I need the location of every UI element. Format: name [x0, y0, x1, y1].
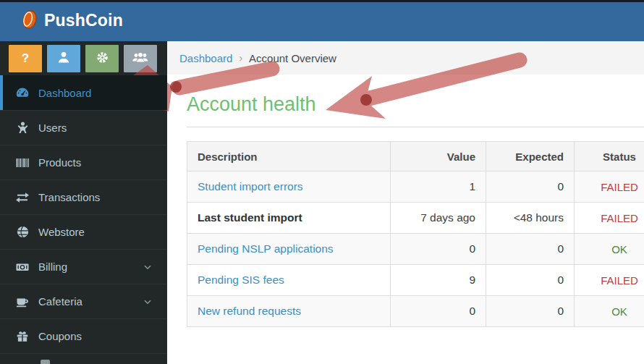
table-row: Pending SIS fees 9 0 FAILED — [187, 265, 644, 296]
barcode-icon — [13, 156, 32, 170]
table-header-row: Description Value Expected Status — [187, 142, 644, 172]
brand-name: PushCoin — [44, 11, 123, 30]
question-mark-icon: ? — [22, 51, 29, 66]
row-expected: 0 — [486, 265, 575, 296]
status-badge: FAILED — [575, 265, 644, 296]
brand-logo[interactable]: PushCoin — [20, 9, 123, 33]
page-content: Account health Description Value Expecte… — [167, 75, 644, 364]
window-top-edge — [0, 0, 644, 2]
status-badge: OK — [575, 234, 644, 265]
sidebar-item-transactions[interactable]: Transactions — [0, 179, 167, 214]
sidebar-item-label: Coupons — [38, 330, 82, 342]
coffee-icon — [13, 295, 32, 309]
sidebar-item-label: Billing — [38, 261, 67, 273]
user-icon — [56, 50, 71, 67]
chevron-down-icon — [143, 297, 153, 307]
row-description-link[interactable]: New refund requests — [187, 296, 391, 327]
status-badge: OK — [575, 296, 644, 327]
breadcrumb-current: Account Overview — [249, 52, 336, 64]
row-description-link[interactable]: Pending SIS fees — [187, 265, 391, 296]
user-groups-button[interactable] — [124, 45, 157, 72]
column-header-value: Value — [391, 142, 486, 172]
pushcoin-coin-icon — [20, 9, 39, 33]
status-badge: FAILED — [575, 172, 644, 203]
row-value: 9 — [391, 265, 486, 296]
sidebar-item-webstore[interactable]: Webstore — [0, 214, 167, 249]
sidebar-item-partial — [0, 353, 167, 364]
sidebar-item-users[interactable]: Users — [0, 110, 167, 145]
sidebar-item-label: Dashboard — [38, 87, 91, 99]
sidebar-item-billing[interactable]: Billing — [0, 249, 167, 284]
table-row: Student import errors 1 0 FAILED — [187, 172, 644, 203]
top-navbar: PushCoin — [0, 0, 644, 41]
column-header-description: Description — [187, 142, 391, 172]
sidebar-item-label: Users — [38, 122, 67, 134]
row-expected: 0 — [486, 172, 575, 203]
sidebar-menu: Dashboard Users Products Transactions — [0, 75, 167, 353]
breadcrumb-separator: › — [239, 52, 242, 64]
heading-divider — [187, 127, 644, 127]
table-row: New refund requests 0 0 OK — [187, 296, 644, 327]
page-title: Account health — [187, 93, 644, 116]
exchange-icon — [13, 190, 32, 205]
sidebar-item-label: Products — [38, 156, 81, 169]
gift-icon — [13, 330, 32, 343]
main-area: Dashboard › Account Overview Account hea… — [167, 41, 644, 364]
row-description-link[interactable]: Student import errors — [187, 172, 391, 203]
sidebar-item-products[interactable]: Products — [0, 145, 167, 179]
child-icon — [13, 121, 32, 135]
column-header-status: Status — [575, 142, 644, 172]
account-health-table: Description Value Expected Status Studen… — [187, 141, 644, 327]
gear-icon — [95, 50, 110, 68]
row-description: Last student import — [187, 203, 391, 234]
chevron-down-icon — [143, 262, 153, 272]
globe-icon — [13, 225, 32, 239]
row-expected: 0 — [486, 296, 575, 327]
table-row: Last student import 7 days ago <48 hours… — [187, 203, 644, 234]
row-description-link[interactable]: Pending NSLP applications — [187, 234, 391, 265]
table-row: Pending NSLP applications 0 0 OK — [187, 234, 644, 265]
row-value: 0 — [391, 296, 486, 327]
sidebar-item-coupons[interactable]: Coupons — [0, 318, 167, 353]
row-expected: <48 hours — [486, 203, 575, 234]
status-badge: FAILED — [575, 203, 644, 234]
money-icon — [13, 260, 32, 274]
sidebar-item-cafeteria[interactable]: Cafeteria — [0, 284, 167, 318]
user-button[interactable] — [47, 45, 80, 72]
breadcrumb-link-dashboard[interactable]: Dashboard — [179, 52, 232, 64]
account-health-table-wrap: Description Value Expected Status Studen… — [187, 141, 644, 327]
sidebar: ? Dashboa — [0, 41, 167, 364]
sidebar-item-label: Webstore — [38, 226, 85, 238]
sidebar-item-dashboard[interactable]: Dashboard — [0, 75, 167, 110]
row-value: 0 — [391, 234, 486, 265]
settings-button[interactable] — [85, 45, 119, 72]
partial-icon — [41, 360, 50, 364]
help-button[interactable]: ? — [9, 45, 42, 72]
row-value: 1 — [391, 172, 486, 203]
quick-buttons-row: ? — [0, 41, 167, 72]
gauge-icon — [13, 85, 32, 100]
column-header-expected: Expected — [486, 142, 575, 172]
sidebar-item-label: Cafeteria — [38, 295, 82, 308]
row-expected: 0 — [486, 234, 575, 265]
row-value: 7 days ago — [391, 203, 486, 234]
users-group-icon — [132, 50, 149, 67]
sidebar-item-label: Transactions — [38, 191, 100, 203]
breadcrumb: Dashboard › Account Overview — [167, 41, 644, 75]
